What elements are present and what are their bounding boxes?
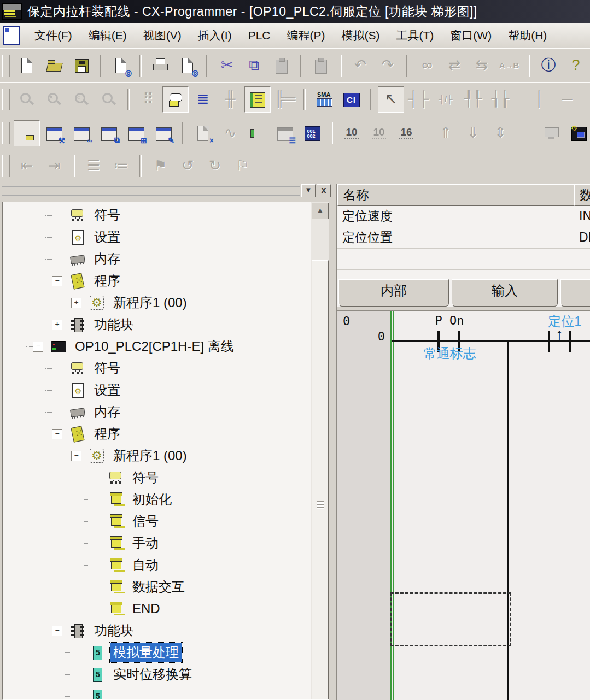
tree-item-label[interactable]: 设置 — [91, 381, 123, 399]
print-button[interactable] — [147, 52, 173, 79]
tree-scrollbar[interactable]: ▲ — [311, 202, 329, 699]
menu-window[interactable]: 窗口(W) — [442, 25, 500, 46]
decimal-view-button[interactable]: 10 — [338, 120, 365, 146]
open-button[interactable] — [41, 52, 67, 79]
tree-item-label[interactable]: 内存 — [91, 250, 123, 268]
io-table-window-button[interactable] — [244, 120, 271, 146]
tree-item-label[interactable]: 符号 — [91, 206, 123, 225]
tree-item-label[interactable]: 初始化 — [130, 490, 174, 509]
tree-expander[interactable]: − — [71, 451, 81, 461]
select-mode-button[interactable]: ↖ — [378, 86, 404, 113]
scrollbar-thumb[interactable] — [312, 260, 329, 699]
tree-item-label[interactable]: 实时位移换算 — [110, 665, 195, 684]
scroll-up-button[interactable]: ▲ — [312, 203, 329, 219]
table-row[interactable]: 定位速度INT — [337, 206, 590, 227]
tree-item[interactable]: ·符号 — [3, 467, 310, 489]
tree-item[interactable]: ·信号 — [3, 510, 310, 532]
tb1-grip[interactable] — [2, 55, 10, 77]
tree-expander[interactable]: − — [33, 342, 43, 352]
new-button[interactable] — [14, 52, 40, 79]
watch-window-button[interactable]: ∞ — [68, 120, 95, 146]
tree-item[interactable]: ·模拟量处理 — [3, 642, 310, 663]
tree-item-label[interactable]: 程序 — [91, 425, 123, 443]
sma-view-button[interactable] — [311, 86, 337, 113]
tree-item[interactable]: ·内存 — [3, 248, 310, 270]
properties-button[interactable]: ✎ — [150, 120, 177, 146]
tree-item-label[interactable]: 信号 — [130, 512, 161, 531]
menu-plc[interactable]: PLC — [240, 25, 279, 46]
workspace-toggle-button[interactable] — [14, 120, 40, 146]
tab-internal[interactable]: 内部 — [338, 279, 449, 307]
tree-item-label[interactable]: 自动 — [130, 556, 161, 574]
tree-item-label[interactable]: 符号 — [91, 359, 123, 378]
tree-item[interactable]: ·符号 — [3, 357, 310, 379]
save-button[interactable] — [68, 52, 95, 79]
tree-item-label[interactable] — [110, 696, 116, 697]
tree-item[interactable]: −程序 — [3, 270, 310, 292]
tree-item[interactable]: ·初始化 — [3, 489, 310, 510]
print-preview-button[interactable]: ◎ — [174, 52, 201, 79]
tree-item-label[interactable]: 程序 — [91, 272, 123, 290]
tree-expander[interactable]: + — [52, 320, 62, 330]
rung-annotation-button[interactable] — [244, 86, 271, 113]
tree-item-label[interactable]: 设置 — [91, 228, 123, 246]
tree-expander[interactable]: − — [52, 429, 62, 439]
output-window-button[interactable]: ⚒ — [41, 120, 67, 146]
tree-item[interactable]: ·设置 — [3, 226, 310, 248]
tree-item[interactable]: ·符号 — [3, 204, 310, 226]
menu-help[interactable]: 帮助(H) — [500, 25, 555, 46]
tree-item-label[interactable]: 新程序1 (00) — [110, 446, 190, 465]
tree-item-label[interactable]: 模拟量处理 — [110, 643, 182, 662]
tree-item[interactable]: ·内存 — [3, 401, 310, 423]
tree-item-label[interactable]: 功能块 — [91, 621, 136, 640]
document-window-icon[interactable] — [3, 26, 20, 45]
panel-gripper[interactable] — [2, 186, 300, 196]
hex-view-button[interactable]: 16 — [393, 120, 419, 146]
panel-close-button[interactable]: x — [317, 184, 331, 197]
tree-item-label[interactable]: END — [130, 601, 163, 617]
menu-tools[interactable]: 工具(T) — [388, 25, 442, 46]
cut-button[interactable]: ✂ — [214, 52, 240, 79]
tb4-grip[interactable] — [2, 155, 10, 177]
tree-expander[interactable]: − — [52, 276, 62, 286]
tree-item[interactable]: −OP10_PLC2[CP1H-E] 离线 — [3, 336, 310, 357]
tab-partial[interactable] — [560, 279, 590, 307]
tree-item[interactable]: ·设置 — [3, 379, 310, 401]
monitor-list-button[interactable]: ≣ — [190, 86, 216, 113]
tree-item[interactable]: −程序 — [3, 423, 310, 445]
panel-dropdown-button[interactable]: ▼ — [301, 184, 316, 197]
tree-item[interactable]: +功能块 — [3, 314, 310, 336]
help-button[interactable]: ? — [563, 52, 589, 79]
tree-item-label[interactable]: 内存 — [91, 403, 123, 421]
menu-edit[interactable]: 编辑(E) — [80, 25, 135, 46]
local-window-button[interactable]: ⊞ — [123, 120, 149, 146]
tree-item[interactable]: ·自动 — [3, 554, 310, 576]
tree-item-label[interactable]: 功能块 — [91, 315, 136, 334]
comment-toggle-button[interactable] — [162, 86, 189, 113]
tree-item-label[interactable]: 手动 — [130, 534, 161, 552]
tb2-grip[interactable] — [2, 89, 10, 110]
tb3-grip[interactable] — [2, 122, 10, 144]
tree-item[interactable]: ·实时位移换算 — [3, 663, 310, 685]
tree-item-label[interactable]: 数据交互 — [130, 578, 188, 596]
tree-expander[interactable]: − — [52, 626, 62, 636]
table-row[interactable]: 定位位置DINT — [337, 227, 590, 249]
menu-insert[interactable]: 插入(I) — [190, 25, 240, 46]
cross-reference-button[interactable]: ⧉ — [96, 120, 122, 146]
tree-item[interactable]: ·数据交互 — [3, 576, 310, 598]
tree-item[interactable]: ·手动 — [3, 532, 310, 554]
tree-item[interactable]: −功能块 — [3, 620, 310, 642]
tree-item[interactable]: −新程序1 (00) — [3, 445, 310, 467]
work-online-simulator-button[interactable] — [566, 120, 590, 146]
tree-item-label[interactable]: 符号 — [130, 468, 161, 487]
menu-simulation[interactable]: 模拟(S) — [334, 25, 388, 46]
tree-item[interactable]: +新程序1 (00) — [3, 292, 310, 314]
menu-programming[interactable]: 编程(P) — [279, 25, 334, 46]
find-in-project-button[interactable]: ◎ — [108, 52, 134, 79]
menu-file[interactable]: 文件(F) — [26, 25, 80, 46]
tab-input[interactable]: 输入 — [452, 279, 558, 307]
menu-view[interactable]: 视图(V) — [135, 25, 190, 46]
tree-item[interactable]: ·END — [3, 598, 310, 620]
table-row[interactable] — [337, 249, 590, 270]
tree-item[interactable]: · — [3, 685, 310, 699]
